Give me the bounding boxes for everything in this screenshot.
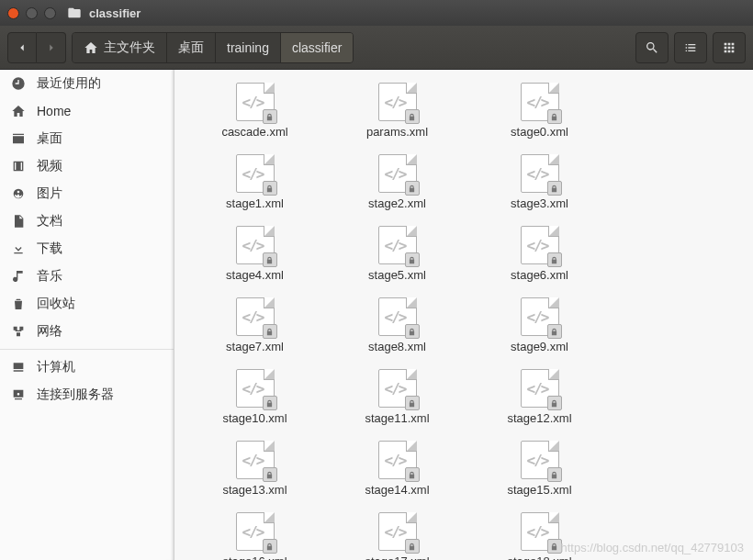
- file-item[interactable]: </>stage2.xml: [326, 152, 468, 224]
- maximize-button[interactable]: [44, 7, 56, 19]
- path-label: classifier: [292, 40, 342, 55]
- search-button[interactable]: [635, 32, 669, 63]
- lock-icon: [550, 328, 558, 336]
- lock-icon: [550, 256, 558, 264]
- sidebar-item[interactable]: 视频: [0, 152, 174, 180]
- file-item[interactable]: </>stage6.xml: [468, 224, 611, 296]
- path-segment[interactable]: 桌面: [167, 33, 216, 62]
- sidebar-item[interactable]: 文档: [0, 207, 174, 235]
- home-icon: [84, 40, 98, 55]
- sidebar-item-label: 最近使用的: [37, 75, 101, 92]
- file-item[interactable]: </>stage9.xml: [468, 296, 611, 367]
- lock-icon: [550, 399, 558, 408]
- pictures-icon: [11, 186, 26, 201]
- sidebar-item-label: 网络: [37, 323, 62, 340]
- sidebar-item[interactable]: 桌面: [0, 125, 174, 152]
- xml-file-icon: </>: [236, 297, 275, 336]
- downloads-icon: [11, 241, 26, 256]
- file-grid: </>cascade.xml</>params.xml</>stage0.xml…: [174, 70, 753, 560]
- file-item[interactable]: </>stage12.xml: [468, 367, 611, 439]
- sidebar-item[interactable]: 图片: [0, 180, 174, 207]
- forward-button[interactable]: [37, 32, 66, 63]
- sidebar-item-label: 计算机: [37, 359, 75, 375]
- file-item[interactable]: </>stage17.xml: [326, 510, 468, 560]
- back-button[interactable]: [7, 32, 37, 63]
- sidebar-item-label: 图片: [37, 185, 62, 202]
- file-label: stage4.xml: [226, 268, 284, 282]
- file-label: stage2.xml: [368, 196, 426, 210]
- xml-file-icon: </>: [378, 226, 417, 264]
- titlebar: classifier: [0, 0, 753, 26]
- file-item[interactable]: </>stage5.xml: [326, 224, 468, 296]
- sidebar-item-label: 视频: [37, 158, 62, 174]
- xml-file-icon: </>: [236, 512, 275, 551]
- file-label: stage10.xml: [222, 411, 287, 425]
- file-item[interactable]: </>stage11.xml: [326, 367, 468, 439]
- path-segment[interactable]: classifier: [281, 33, 353, 62]
- nav-buttons: [7, 32, 66, 63]
- path-segment[interactable]: training: [216, 33, 281, 62]
- chevron-left-icon: [16, 41, 28, 54]
- file-label: stage0.xml: [511, 125, 568, 139]
- file-item[interactable]: </>stage7.xml: [184, 296, 326, 367]
- file-item[interactable]: </>stage1.xml: [184, 152, 326, 224]
- file-label: stage18.xml: [507, 554, 571, 560]
- window-title: classifier: [89, 6, 140, 20]
- file-item[interactable]: </>stage8.xml: [326, 296, 468, 367]
- trash-icon: [11, 297, 26, 311]
- grid-view-button[interactable]: [713, 32, 746, 63]
- close-button[interactable]: [7, 7, 19, 19]
- sidebar-item[interactable]: 最近使用的: [0, 70, 174, 97]
- sidebar-separator: [0, 349, 174, 350]
- sidebar-item[interactable]: 连接到服务器: [0, 381, 174, 409]
- video-icon: [11, 159, 26, 174]
- sidebar: 最近使用的Home桌面视频图片文档下载音乐回收站网络计算机连接到服务器: [0, 70, 174, 560]
- sidebar-item-label: 下载: [37, 241, 62, 257]
- sidebar-item[interactable]: 下载: [0, 235, 174, 263]
- file-item[interactable]: </>cascade.xml: [184, 81, 326, 152]
- file-label: stage13.xml: [222, 483, 287, 497]
- lock-icon: [408, 471, 416, 479]
- file-label: stage1.xml: [226, 196, 284, 210]
- network-icon: [11, 324, 26, 339]
- path-label: 主文件夹: [104, 39, 155, 56]
- file-item[interactable]: </>stage3.xml: [468, 152, 611, 224]
- sidebar-item[interactable]: 音乐: [0, 263, 174, 290]
- lock-icon: [265, 471, 274, 479]
- file-item[interactable]: </>params.xml: [326, 81, 468, 152]
- file-item[interactable]: </>stage15.xml: [468, 439, 611, 510]
- server-icon: [11, 387, 26, 402]
- lock-icon: [550, 471, 558, 479]
- xml-file-icon: </>: [521, 226, 559, 264]
- list-view-button[interactable]: [674, 32, 707, 63]
- lock-icon: [408, 113, 416, 121]
- sidebar-item-label: 回收站: [37, 296, 75, 312]
- file-label: params.xml: [366, 125, 428, 139]
- file-item[interactable]: </>stage13.xml: [184, 439, 326, 510]
- chevron-right-icon: [45, 41, 58, 54]
- file-item[interactable]: </>stage16.xml: [184, 510, 326, 560]
- xml-file-icon: </>: [236, 154, 275, 193]
- xml-file-icon: </>: [378, 512, 417, 551]
- sidebar-item[interactable]: 回收站: [0, 290, 174, 318]
- sidebar-item-label: 音乐: [37, 268, 62, 285]
- file-label: stage9.xml: [511, 340, 568, 353]
- path-segment[interactable]: 主文件夹: [73, 33, 167, 62]
- pathbar: 主文件夹桌面trainingclassifier: [72, 32, 354, 63]
- file-item[interactable]: </>stage14.xml: [326, 439, 468, 510]
- file-item[interactable]: </>stage4.xml: [184, 224, 326, 296]
- lock-icon: [265, 113, 274, 121]
- lock-icon: [265, 543, 274, 551]
- clock-icon: [11, 76, 26, 91]
- sidebar-item[interactable]: 网络: [0, 318, 174, 345]
- lock-icon: [265, 328, 274, 336]
- xml-file-icon: </>: [378, 441, 417, 479]
- sidebar-item[interactable]: 计算机: [0, 353, 174, 381]
- sidebar-item[interactable]: Home: [0, 97, 174, 125]
- file-label: stage11.xml: [365, 411, 429, 425]
- xml-file-icon: </>: [378, 297, 417, 336]
- xml-file-icon: </>: [521, 369, 559, 408]
- file-item[interactable]: </>stage0.xml: [468, 81, 611, 152]
- minimize-button[interactable]: [26, 7, 38, 19]
- file-item[interactable]: </>stage10.xml: [184, 367, 326, 439]
